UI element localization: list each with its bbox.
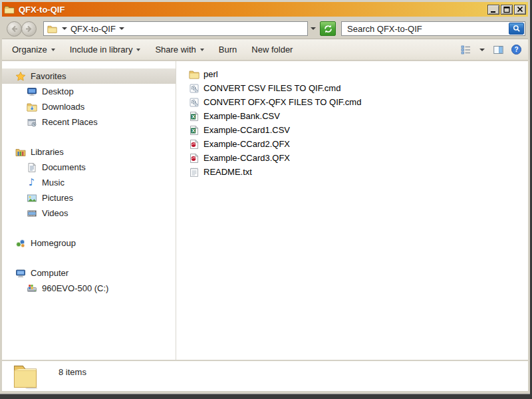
search-icon [512, 24, 521, 33]
view-dropdown-icon[interactable] [479, 49, 485, 51]
include-in-library-label: Include in library [70, 45, 133, 55]
sidebar-label: Computer [31, 268, 68, 278]
cmd-file-icon [189, 83, 200, 94]
qfx-file-icon [189, 153, 200, 164]
sidebar-item-downloads[interactable]: Downloads [2, 99, 176, 114]
address-history-dropdown[interactable] [308, 21, 319, 36]
sidebar-label: Videos [42, 208, 68, 218]
burn-button[interactable]: Burn [219, 45, 237, 55]
file-name: CONVERT CSV FILES TO QIF.cmd [203, 83, 340, 93]
search-box [341, 21, 525, 36]
navigation-buttons [7, 21, 37, 37]
file-item[interactable]: Example-CCard2.QFX [176, 137, 528, 151]
close-button[interactable] [514, 5, 526, 15]
item-count: 8 items [59, 367, 86, 377]
file-name: CONVERT OFX-QFX FILES TO QIF.cmd [203, 97, 361, 107]
refresh-icon [323, 24, 333, 34]
chevron-down-icon [200, 49, 204, 51]
sidebar-spacer [2, 130, 176, 144]
organize-menu[interactable]: Organize [12, 45, 55, 55]
back-arrow-icon [10, 25, 19, 33]
share-with-label: Share with [155, 45, 196, 55]
file-item[interactable]: CONVERT CSV FILES TO QIF.cmd [176, 81, 528, 95]
sidebar-item-homegroup[interactable]: Homegroup [2, 235, 176, 251]
toolbar-right: ? [460, 44, 522, 55]
forward-arrow-icon [25, 25, 33, 33]
sidebar-item-documents[interactable]: Documents [2, 160, 176, 175]
chevron-down-icon [136, 49, 140, 51]
breadcrumb-segment-dropdown-icon[interactable] [119, 27, 124, 30]
details-pane: 8 items [2, 361, 528, 391]
file-name: Example-CCard1.CSV [203, 125, 290, 135]
sidebar-label: Desktop [42, 86, 74, 96]
file-name: Example-CCard2.QFX [203, 139, 290, 149]
file-item[interactable]: X Example-Bank.CSV [176, 109, 528, 123]
sidebar-item-drive-c[interactable]: 960EVO-500 (C:) [2, 281, 176, 296]
breadcrumb[interactable]: QFX-to-QIF [43, 21, 308, 36]
recent-places-icon [26, 116, 37, 128]
share-with-menu[interactable]: Share with [155, 45, 203, 55]
close-icon [516, 6, 524, 13]
maximize-icon [503, 6, 511, 13]
sidebar-item-music[interactable]: ♪ Music [2, 175, 176, 190]
main-area: Favorites Desktop Downloads Recent Place… [2, 61, 528, 360]
folder-icon [189, 69, 200, 80]
window-folder-icon[interactable] [4, 4, 15, 15]
command-toolbar: Organize Include in library Share with B… [2, 39, 528, 61]
minimize-button[interactable] [487, 5, 499, 15]
search-input[interactable] [346, 23, 509, 35]
sidebar-label: Recent Places [42, 117, 98, 127]
maximize-button[interactable] [501, 5, 513, 15]
sidebar-label: Documents [42, 162, 86, 172]
videos-icon [26, 207, 37, 219]
chevron-down-icon [51, 49, 55, 51]
sidebar-item-favorites[interactable]: Favorites [2, 68, 176, 84]
svg-text:X: X [192, 128, 195, 134]
include-in-library-menu[interactable]: Include in library [70, 45, 141, 55]
file-item[interactable]: perl [176, 67, 528, 81]
sidebar-label: Downloads [42, 102, 84, 112]
cmd-file-icon [189, 97, 200, 108]
documents-icon [26, 162, 37, 173]
file-item[interactable]: Example-CCard3.QFX [176, 151, 528, 165]
organize-label: Organize [12, 45, 47, 55]
libraries-icon [15, 146, 26, 158]
svg-text:?: ? [514, 46, 518, 53]
navigation-pane: Favorites Desktop Downloads Recent Place… [2, 61, 176, 360]
search-button[interactable] [509, 23, 524, 35]
sidebar-label: Libraries [31, 147, 64, 157]
breadcrumb-root-dropdown-icon[interactable] [62, 27, 67, 30]
sidebar-item-recent-places[interactable]: Recent Places [2, 114, 176, 130]
qfx-file-icon [189, 139, 200, 150]
star-icon [15, 70, 26, 82]
change-view-button[interactable] [460, 45, 471, 55]
breadcrumb-segment[interactable]: QFX-to-QIF [70, 24, 116, 34]
selected-folder-icon [11, 362, 40, 390]
sidebar-item-libraries[interactable]: Libraries [2, 144, 176, 160]
downloads-icon [26, 101, 37, 112]
explorer-window: QFX-to-QIF [0, 0, 530, 394]
new-folder-button[interactable]: New folder [251, 45, 293, 55]
file-item[interactable]: README.txt [176, 165, 528, 179]
help-button[interactable]: ? [511, 44, 522, 55]
back-button[interactable] [7, 21, 22, 37]
titlebar: QFX-to-QIF [2, 2, 528, 17]
desktop-icon [26, 86, 37, 97]
sidebar-item-videos[interactable]: Videos [2, 205, 176, 221]
sidebar-label: Music [42, 178, 65, 188]
burn-label: Burn [219, 45, 237, 55]
minimize-icon [489, 6, 497, 13]
sidebar-item-computer[interactable]: Computer [2, 265, 176, 281]
forward-button[interactable] [21, 21, 37, 37]
sidebar-item-desktop[interactable]: Desktop [2, 84, 176, 99]
pictures-icon [26, 192, 37, 203]
file-name: README.txt [203, 167, 252, 177]
preview-pane-button[interactable] [493, 45, 504, 55]
window-title: QFX-to-QIF [19, 5, 65, 15]
excel-file-icon: X [189, 125, 200, 136]
refresh-button[interactable] [320, 21, 336, 36]
sidebar-item-pictures[interactable]: Pictures [2, 190, 176, 205]
file-item[interactable]: X Example-CCard1.CSV [176, 123, 528, 137]
file-item[interactable]: CONVERT OFX-QFX FILES TO QIF.cmd [176, 95, 528, 109]
file-name: perl [203, 69, 218, 79]
